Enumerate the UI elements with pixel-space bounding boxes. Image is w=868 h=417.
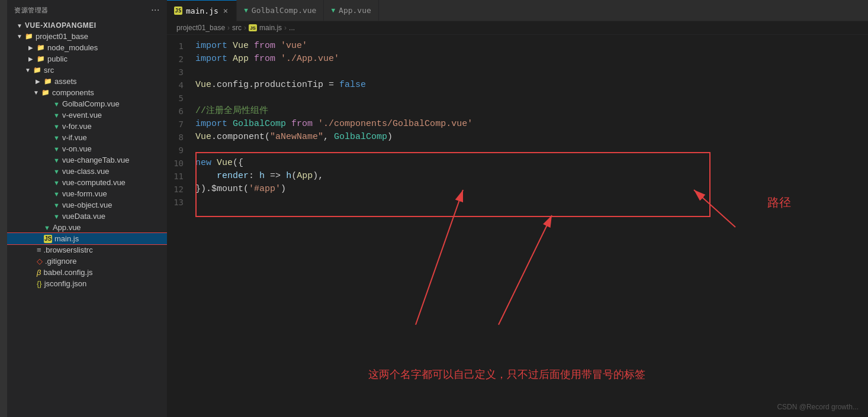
vue-form-label: vue-form.vue — [62, 189, 107, 198]
vue-icon: ▼ — [53, 168, 60, 175]
watermark: CSDN @Record growth... — [777, 403, 859, 411]
sidebar-item-vue-object[interactable]: ▼ vue-object.vue — [7, 199, 167, 211]
root-arrow — [17, 22, 25, 29]
vue-computed-label: vue-computed.vue — [62, 178, 126, 187]
code-line-12: 12 }).$mount('#app') — [167, 183, 868, 196]
tab-GolbalComp[interactable]: ▼ GolbalComp.vue — [237, 0, 324, 21]
vue-icon: ▼ — [53, 123, 60, 130]
tab-close-button[interactable]: × — [222, 6, 229, 15]
tree-root[interactable]: VUE-XIAOPANGMEI — [7, 20, 167, 31]
right-annotation: 路径 — [767, 195, 791, 211]
tab-main-js[interactable]: JS main.js × — [167, 0, 237, 21]
vue-object-label: vue-object.vue — [62, 201, 112, 209]
project01-label: project01_base — [36, 32, 88, 41]
sidebar-item-vue-computed[interactable]: ▼ vue-computed.vue — [7, 177, 167, 188]
code-line-3: 3 — [167, 66, 868, 79]
sidebar-item-project01_base[interactable]: 📁 project01_base — [7, 31, 167, 42]
sidebar-item-public[interactable]: 📁 public — [7, 53, 167, 64]
sidebar-item-vue-changeTab[interactable]: ▼ vue-changeTab.vue — [7, 154, 167, 166]
js-icon: JS — [44, 235, 52, 243]
sidebar-item-vue-form[interactable]: ▼ vue-form.vue — [7, 188, 167, 199]
sidebar-item-src[interactable]: 📁 src — [7, 64, 167, 76]
folder-icon: 📁 — [37, 55, 45, 63]
dot-icon: ≡ — [37, 245, 41, 254]
code-line-11: 11 render: h => h(App), — [167, 170, 868, 183]
code-line-9: 9 — [167, 144, 868, 157]
tab-js-icon: JS — [174, 7, 182, 15]
json-icon: {} — [37, 279, 42, 288]
tab-main-js-label: main.js — [186, 7, 218, 15]
v-for-label: v-for.vue — [62, 122, 92, 131]
sidebar-item-jsconfig[interactable]: {} jsconfig.json — [7, 278, 167, 289]
src-arrow — [25, 67, 33, 73]
code-line-7: 7 import GolbalComp from './components/G… — [167, 118, 868, 131]
sidebar-item-main.js[interactable]: JS main.js — [7, 233, 167, 244]
sidebar-item-vueData[interactable]: ▼ vueData.vue — [7, 211, 167, 222]
sidebar: 资源管理器 ··· VUE-XIAOPANGMEI 📁 project01_ba… — [7, 0, 167, 417]
gitignore-label: .gitignore — [45, 257, 76, 266]
components-arrow — [33, 89, 41, 96]
vue-icon: ▼ — [53, 190, 60, 198]
folder-icon: 📁 — [44, 77, 52, 86]
vue-icon: ▼ — [53, 179, 60, 186]
sidebar-title: 资源管理器 — [14, 6, 49, 15]
breadcrumb-js-icon: JS — [249, 24, 257, 31]
tab-bar: JS main.js × ▼ GolbalComp.vue ▼ App.vue — [167, 0, 868, 21]
assets-arrow — [36, 78, 44, 85]
activity-bar — [0, 0, 7, 417]
assets-label: assets — [54, 77, 77, 86]
code-line-1: 1 import Vue from 'vue' — [167, 40, 868, 53]
sidebar-item-browserslistrc[interactable]: ≡ .browserslistrc — [7, 244, 167, 256]
v-on-label: v-on.vue — [62, 144, 92, 153]
sidebar-item-v-for[interactable]: ▼ v-for.vue — [7, 121, 167, 132]
jsconfig-label: jsconfig.json — [44, 279, 87, 288]
babel-label: babel.config.js — [43, 268, 92, 277]
sidebar-item-components[interactable]: 📁 components — [7, 87, 167, 98]
folder-icon: 📁 — [37, 44, 45, 52]
folder-icon: 📁 — [33, 66, 41, 75]
node-modules-arrow — [28, 44, 37, 51]
svg-line-2 — [499, 215, 552, 325]
sidebar-item-assets[interactable]: 📁 assets — [7, 76, 167, 87]
code-line-8: 8 Vue.component("aNewName", GolbalComp) — [167, 131, 868, 144]
folder-icon: 📁 — [41, 89, 50, 97]
sidebar-item-GolbalComp[interactable]: ▼ GolbalComp.vue — [7, 98, 167, 109]
sidebar-header: 资源管理器 ··· — [7, 0, 167, 20]
sidebar-item-vue-class[interactable]: ▼ vue-class.vue — [7, 166, 167, 177]
sidebar-item-gitignore[interactable]: ◇ .gitignore — [7, 256, 167, 267]
code-line-6: 6 //注册全局性组件 — [167, 105, 868, 118]
sidebar-item-v-if[interactable]: ▼ v-if.vue — [7, 132, 167, 143]
sidebar-item-v-event[interactable]: ▼ v-event.vue — [7, 109, 167, 121]
code-editor[interactable]: 1 import Vue from 'vue' 2 import App fro… — [167, 35, 868, 417]
vue-icon: ▼ — [53, 134, 60, 141]
breadcrumb-part1: project01_base — [176, 24, 225, 32]
public-arrow — [28, 56, 37, 62]
main-js-label: main.js — [54, 234, 79, 243]
sidebar-more-button[interactable]: ··· — [151, 5, 160, 15]
tab-GolbalComp-label: GolbalComp.vue — [252, 6, 317, 15]
project01-arrow — [17, 33, 25, 40]
sidebar-item-v-on[interactable]: ▼ v-on.vue — [7, 143, 167, 154]
vue-icon: ▼ — [53, 213, 60, 220]
file-tree: VUE-XIAOPANGMEI 📁 project01_base 📁 node_… — [7, 20, 167, 417]
vue-changeTab-label: vue-changeTab.vue — [62, 156, 129, 164]
tab-vue-icon2: ▼ — [331, 7, 335, 14]
tab-vue-icon: ▼ — [244, 7, 248, 14]
code-line-2: 2 import App from './App.vue' — [167, 53, 868, 66]
vueData-label: vueData.vue — [62, 212, 105, 221]
sidebar-item-node_modules[interactable]: 📁 node_modules — [7, 42, 167, 53]
code-line-5: 5 — [167, 92, 868, 105]
breadcrumb-part4: ... — [289, 24, 295, 32]
sidebar-item-babel[interactable]: β babel.config.js — [7, 267, 167, 278]
sidebar-item-App.vue[interactable]: ▼ App.vue — [7, 222, 167, 233]
tab-App-vue-label: App.vue — [339, 6, 371, 15]
public-label: public — [47, 54, 67, 63]
code-line-13: 13 — [167, 196, 868, 209]
bottom-annotation: 这两个名字都可以自己定义，只不过后面使用带冒号的标签 — [368, 367, 645, 382]
GolbalComp-label: GolbalComp.vue — [62, 99, 120, 108]
folder-icon: 📁 — [25, 33, 33, 41]
vue-icon: ▼ — [53, 157, 60, 164]
breadcrumb-part3: main.js — [259, 24, 282, 32]
components-label: components — [52, 88, 94, 97]
tab-App-vue[interactable]: ▼ App.vue — [324, 0, 378, 21]
